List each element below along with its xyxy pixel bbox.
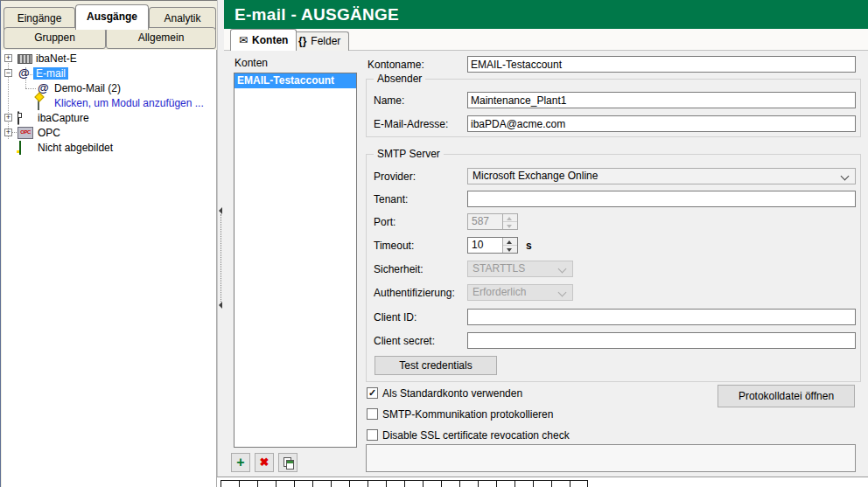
tree-item-opc[interactable]: + OPC OPC xyxy=(2,126,216,140)
disable-ssl-check-checkbox[interactable] xyxy=(367,429,378,441)
spin-down-icon[interactable] xyxy=(503,246,517,253)
plus-icon: + xyxy=(236,455,244,470)
smtp-log-checkbox[interactable] xyxy=(367,408,378,420)
chevron-down-icon xyxy=(558,265,567,274)
port-value: 587 xyxy=(468,214,502,229)
sicherheit-dropdown: STARTTLS xyxy=(467,261,573,277)
delete-account-button[interactable]: ✖ xyxy=(255,453,274,472)
name-label: Name: xyxy=(374,94,404,107)
client-secret-input[interactable] xyxy=(467,332,856,349)
at-icon: @ xyxy=(18,67,30,79)
circuit-board-icon xyxy=(19,141,21,155)
client-secret-label: Client secret: xyxy=(374,335,435,347)
splitter-collapse-arrow-icon[interactable] xyxy=(219,302,222,309)
tab-allgemein[interactable]: Allgemein xyxy=(106,27,216,49)
detail-tabstrip: ✉Konten {}Felder xyxy=(224,29,868,51)
ibanet-device-icon xyxy=(18,54,32,64)
collapse-minus-icon[interactable]: − xyxy=(4,69,12,77)
absender-legend: Absender xyxy=(374,73,425,85)
add-account-button[interactable]: + xyxy=(231,453,250,472)
smtp-log-checkbox-label: SMTP-Kommunikation protokollieren xyxy=(382,408,553,421)
port-spinner: 587 xyxy=(467,213,518,230)
spin-up-icon[interactable] xyxy=(503,238,517,246)
provider-value: Microsoft Exchange Online xyxy=(472,170,598,182)
splitter-grip[interactable] xyxy=(220,214,221,302)
opc-icon: OPC xyxy=(18,127,33,139)
accounts-list[interactable]: EMAIL-Testaccount xyxy=(234,73,357,448)
authentifizierung-value: Erforderlich xyxy=(472,286,526,298)
provider-dropdown[interactable]: Microsoft Exchange Online xyxy=(467,168,856,184)
camera-icon xyxy=(18,111,19,125)
module-tree-panel: Eingänge Ausgänge Analytik Gruppen Allge… xyxy=(0,0,217,487)
envelope-icon: ✉ xyxy=(239,30,248,51)
tree-item-label: E-mail xyxy=(33,67,68,80)
chevron-down-icon xyxy=(841,172,850,181)
email-adresse-label: E-Mail-Adresse: xyxy=(374,118,448,130)
timeout-spinner[interactable]: 10 xyxy=(467,237,518,254)
tree-item-label: ibaNet-E xyxy=(33,52,80,65)
tick-strip xyxy=(220,480,588,487)
disable-ssl-check-checkbox-label: Disable SSL certificate revocation check xyxy=(382,429,570,442)
tree-item-ibacapture[interactable]: + ibaCapture xyxy=(2,111,216,125)
konten-tab-content: Konten EMAIL-Testaccount + ✖ Kontoname: … xyxy=(224,51,868,477)
sicherheit-value: STARTTLS xyxy=(472,262,525,275)
delete-x-icon: ✖ xyxy=(260,456,270,469)
expand-plus-icon[interactable]: + xyxy=(4,114,12,122)
tenant-label: Tenant: xyxy=(374,193,408,205)
timeout-value: 10 xyxy=(468,238,502,253)
name-input[interactable] xyxy=(467,92,856,108)
sicherheit-label: Sicherheit: xyxy=(374,263,424,275)
open-logfile-button[interactable]: Protokolldatei öffnen xyxy=(718,385,855,407)
tree-item-label: Klicken, um Modul anzufügen ... xyxy=(52,97,206,109)
timeout-label: Timeout: xyxy=(374,240,414,252)
bottom-band xyxy=(217,477,868,487)
tab-felder-label: Felder xyxy=(311,35,340,47)
spin-down-icon xyxy=(503,222,517,229)
tree-item-demo-mail[interactable]: @ Demo-Mail (2) xyxy=(2,81,216,95)
splitter-collapse-arrow-icon[interactable] xyxy=(219,207,222,214)
expand-plus-icon[interactable]: + xyxy=(4,54,12,62)
tree-item-ibanet-e[interactable]: + ibaNet-E xyxy=(2,52,216,66)
tree-item-email[interactable]: − @ E-mail xyxy=(2,66,216,80)
client-id-input[interactable] xyxy=(467,309,856,325)
tree-item-nicht-abgebildet[interactable]: Nicht abgebildet xyxy=(2,141,216,155)
timeout-unit-label: s xyxy=(526,240,532,252)
tree-item-label: Demo-Mail (2) xyxy=(52,82,123,94)
tree-item-add-module[interactable]: Klicken, um Modul anzufügen ... xyxy=(2,96,216,110)
kontoname-label: Kontoname: xyxy=(368,59,424,71)
email-adresse-input[interactable] xyxy=(467,115,856,132)
tree-item-label: ibaCapture xyxy=(35,112,92,124)
accounts-list-label: Konten xyxy=(234,57,268,69)
tenant-input[interactable] xyxy=(467,191,856,207)
chevron-down-icon xyxy=(558,289,567,297)
kontoname-input[interactable] xyxy=(467,56,856,73)
port-label: Port: xyxy=(374,216,396,228)
authentifizierung-label: Authentifizierung: xyxy=(374,287,455,299)
copy-icon xyxy=(284,457,291,467)
panel-splitter[interactable] xyxy=(217,0,224,487)
tree-item-label: Nicht abgebildet xyxy=(35,142,116,154)
default-account-checkbox[interactable]: ✓ xyxy=(367,387,378,399)
email-outputs-detail-panel: E-mail - AUSGÄNGE ✉Konten {}Felder Konte… xyxy=(224,0,868,487)
status-message-box xyxy=(366,444,856,472)
tree-item-label: OPC xyxy=(35,127,63,139)
tab-ausgaenge[interactable]: Ausgänge xyxy=(75,4,149,30)
client-id-label: Client ID: xyxy=(374,311,416,324)
tab-gruppen[interactable]: Gruppen xyxy=(4,27,106,49)
page-title: E-mail - AUSGÄNGE xyxy=(224,0,868,29)
authentifizierung-dropdown: Erforderlich xyxy=(467,284,573,301)
braces-icon: {} xyxy=(298,32,306,50)
provider-label: Provider: xyxy=(374,170,416,183)
smtp-server-legend: SMTP Server xyxy=(374,148,444,160)
tab-felder[interactable]: {}Felder xyxy=(290,31,349,51)
output-module-tree: + ibaNet-E − @ E-mail @ Demo-Mail (2) Kl… xyxy=(2,50,217,487)
tab-konten[interactable]: ✉Konten xyxy=(230,29,297,51)
account-list-item[interactable]: EMAIL-Testaccount xyxy=(234,73,356,88)
tab-konten-label: Konten xyxy=(252,34,288,46)
default-account-checkbox-label: Als Standardkonto verwenden xyxy=(382,387,522,400)
test-credentials-button[interactable]: Test credentials xyxy=(374,356,497,375)
expand-plus-icon[interactable]: + xyxy=(4,129,12,136)
copy-account-button[interactable] xyxy=(278,453,298,472)
ibapda-io-manager-window: Eingänge Ausgänge Analytik Gruppen Allge… xyxy=(0,0,868,487)
spin-up-icon xyxy=(503,214,517,222)
